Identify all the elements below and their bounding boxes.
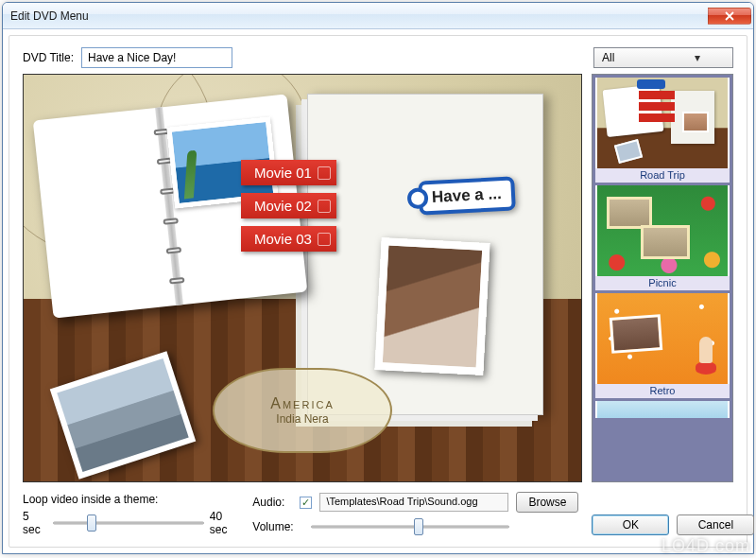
template-label: Picnic bbox=[595, 276, 730, 290]
menu-preview[interactable]: Movie 01 Movie 02 Movie 03 Have a ... Am… bbox=[23, 74, 582, 482]
template-item-partial[interactable] bbox=[595, 401, 730, 418]
browse-button[interactable]: Browse bbox=[516, 492, 578, 513]
audio-label: Audio: bbox=[252, 496, 284, 509]
preview-portrait-photo bbox=[374, 237, 490, 375]
template-label: Retro bbox=[595, 384, 730, 398]
window-buttons bbox=[708, 8, 751, 25]
loop-slider-thumb[interactable] bbox=[87, 514, 96, 532]
preview-title-tag[interactable]: Have a ... bbox=[418, 176, 515, 215]
audio-checkbox[interactable]: ✓ bbox=[300, 497, 312, 509]
loop-controls: Loop video inside a theme: 5 sec 40 sec bbox=[23, 493, 239, 536]
template-label: Road Trip bbox=[595, 168, 730, 183]
bottom-row: Loop video inside a theme: 5 sec 40 sec … bbox=[23, 492, 733, 537]
template-item-picnic[interactable]: Picnic bbox=[595, 185, 730, 290]
close-icon bbox=[725, 11, 734, 21]
preview-map-cartouche: America India Nera bbox=[213, 368, 392, 453]
loop-slider-wrap: 5 sec 40 sec bbox=[23, 510, 239, 536]
mid-row: Movie 01 Movie 02 Movie 03 Have a ... Am… bbox=[23, 74, 733, 482]
movie-ribbon-3[interactable]: Movie 03 bbox=[241, 226, 336, 252]
template-thumb bbox=[597, 185, 728, 276]
movie-ribbon-2[interactable]: Movie 02 bbox=[241, 193, 336, 218]
template-thumb bbox=[597, 401, 728, 418]
loop-label: Loop video inside a theme: bbox=[23, 493, 232, 506]
template-item-retro[interactable]: Retro bbox=[595, 293, 730, 398]
close-button[interactable] bbox=[708, 8, 751, 25]
dvd-title-label: DVD Title: bbox=[23, 51, 74, 64]
template-item-road-trip[interactable]: Road Trip bbox=[595, 78, 730, 183]
volume-slider-thumb[interactable] bbox=[414, 518, 423, 535]
loop-max-label: 40 sec bbox=[210, 510, 239, 536]
ok-button[interactable]: OK bbox=[592, 514, 669, 535]
template-thumb bbox=[597, 293, 728, 384]
watermark: LO4D.com bbox=[662, 536, 750, 556]
titlebar[interactable]: Edit DVD Menu bbox=[3, 3, 753, 29]
edit-dvd-menu-window: Edit DVD Menu DVD Title: All ▾ bbox=[2, 2, 754, 554]
audio-controls: Audio: ✓ \Templates\Road Trip\Sound.ogg … bbox=[252, 492, 578, 537]
chevron-down-icon: ▾ bbox=[665, 51, 729, 64]
dvd-title-input[interactable] bbox=[81, 47, 232, 68]
template-thumb bbox=[597, 78, 728, 168]
loop-slider[interactable] bbox=[53, 513, 204, 533]
cancel-button[interactable]: Cancel bbox=[677, 514, 754, 535]
content-area: DVD Title: All ▾ Movie 01 Movie 02 bbox=[9, 35, 747, 548]
volume-label: Volume: bbox=[252, 520, 296, 533]
template-filter-value: All bbox=[602, 51, 665, 64]
dialog-buttons: OK Cancel bbox=[592, 514, 754, 537]
movie-ribbon-1[interactable]: Movie 01 bbox=[241, 160, 336, 185]
top-row: DVD Title: All ▾ bbox=[23, 47, 733, 68]
movie-ribbons: Movie 01 Movie 02 Movie 03 bbox=[241, 160, 336, 252]
loop-min-label: 5 sec bbox=[23, 510, 47, 536]
window-title: Edit DVD Menu bbox=[10, 9, 708, 23]
template-scroll[interactable]: Road Trip Picnic Ret bbox=[593, 75, 732, 481]
template-list[interactable]: Road Trip Picnic Ret bbox=[592, 74, 733, 482]
volume-slider[interactable] bbox=[311, 516, 509, 537]
audio-path-field[interactable]: \Templates\Road Trip\Sound.ogg bbox=[319, 493, 508, 512]
template-filter-combo[interactable]: All ▾ bbox=[593, 47, 733, 68]
